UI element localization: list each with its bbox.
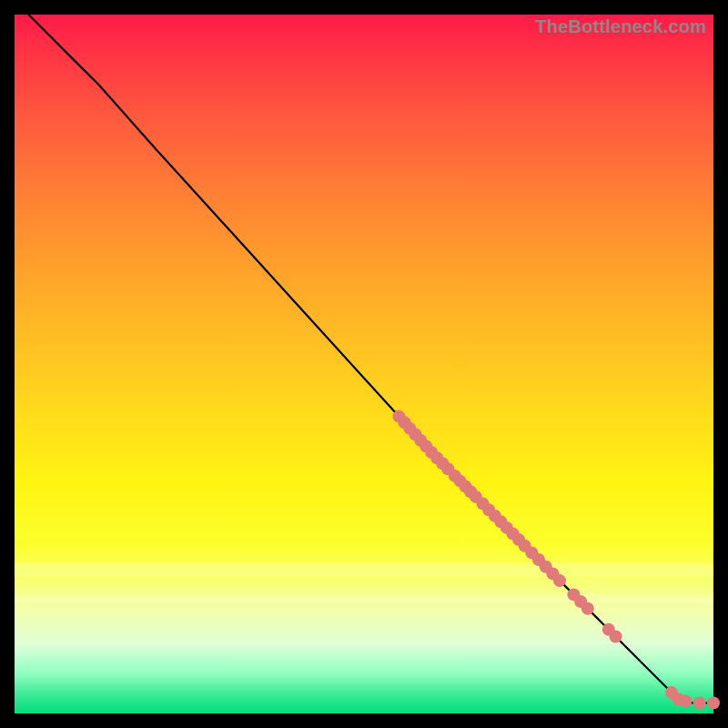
data-marker <box>693 697 706 710</box>
data-marker <box>679 695 692 708</box>
data-marker <box>553 574 566 587</box>
data-marker <box>581 602 594 615</box>
chart-svg <box>15 15 713 713</box>
marker-group <box>392 410 720 710</box>
data-marker <box>610 631 622 643</box>
chart-plot-area: TheBottleneck.com <box>15 15 713 713</box>
watermark-text: TheBottleneck.com <box>535 16 706 37</box>
data-marker <box>707 697 720 710</box>
bottleneck-curve <box>28 15 713 703</box>
chart-stage: TheBottleneck.com <box>0 0 728 728</box>
